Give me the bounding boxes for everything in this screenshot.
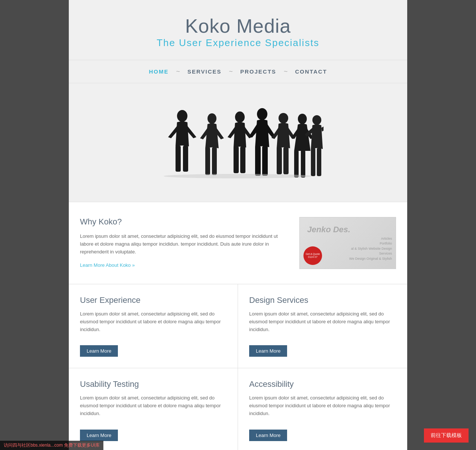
svg-point-21 bbox=[164, 174, 312, 178]
learn-more-koko-link[interactable]: Learn More About Koko » bbox=[80, 262, 135, 268]
service-ux-body: Lorem ipsum dolor sit amet, consectetur … bbox=[80, 310, 226, 333]
svg-rect-7 bbox=[234, 146, 239, 173]
nav-item-home[interactable]: HOME bbox=[146, 67, 171, 76]
jenko-mockup: Jenko Des. ArticlesPortfolioal & Stylish… bbox=[300, 217, 396, 269]
svg-point-6 bbox=[235, 111, 245, 123]
forum-banner: 访问四与社区bbs.xienla...com 免费下载更多UI库 bbox=[0, 441, 103, 450]
svg-rect-10 bbox=[255, 146, 261, 176]
hero-silhouettes bbox=[152, 102, 324, 184]
svg-rect-17 bbox=[301, 150, 305, 178]
svg-rect-19 bbox=[311, 148, 315, 176]
service-cell-design: Design Services Lorem ipsum dolor sit am… bbox=[238, 284, 407, 368]
nav-link-projects[interactable]: PROJECTS bbox=[237, 67, 279, 76]
download-template-button[interactable]: 前往下载模板 bbox=[424, 428, 469, 443]
services-grid: User Experience Lorem ipsum dolor sit am… bbox=[69, 284, 407, 450]
svg-rect-4 bbox=[205, 147, 210, 175]
service-ux-heading: User Experience bbox=[80, 295, 226, 305]
svg-point-3 bbox=[208, 113, 216, 124]
svg-rect-14 bbox=[283, 147, 289, 174]
jenko-title: Jenko Des. bbox=[307, 225, 350, 234]
service-design-learn-more-button[interactable]: Learn More bbox=[249, 345, 287, 357]
nav-separator-3: ~ bbox=[284, 68, 288, 75]
nav-link-contact[interactable]: CONTACT bbox=[292, 67, 330, 76]
why-koko-content: Why Koko? Lorem ipsum dolor sit amet, co… bbox=[80, 217, 288, 268]
svg-rect-2 bbox=[183, 146, 188, 172]
jenko-lines: ArticlesPortfolioal & Stylish Website De… bbox=[349, 236, 392, 262]
nav-item-projects[interactable]: PROJECTS bbox=[237, 67, 279, 76]
service-accessibility-learn-more-button[interactable]: Learn More bbox=[249, 430, 287, 441]
svg-rect-13 bbox=[277, 147, 282, 174]
svg-rect-11 bbox=[262, 146, 268, 176]
service-design-heading: Design Services bbox=[249, 295, 396, 305]
service-accessibility-heading: Accessibility bbox=[249, 379, 396, 389]
svg-rect-20 bbox=[317, 148, 321, 176]
site-subtitle: The User Experience Specialists bbox=[76, 37, 400, 49]
site-title: Koko Media bbox=[76, 15, 400, 37]
nav-item-contact[interactable]: CONTACT bbox=[292, 67, 330, 76]
svg-point-18 bbox=[312, 115, 321, 125]
main-nav: HOME ~ SERVICES ~ PROJECTS ~ CONTACT bbox=[69, 60, 407, 83]
jenko-badge: Get A Quote0124 07 bbox=[303, 246, 322, 265]
why-koko-heading: Why Koko? bbox=[80, 217, 288, 227]
service-ux-learn-more-button[interactable]: Learn More bbox=[80, 345, 118, 357]
hero-section bbox=[69, 83, 407, 202]
service-cell-ux: User Experience Lorem ipsum dolor sit am… bbox=[69, 284, 238, 368]
svg-rect-8 bbox=[240, 146, 245, 173]
service-cell-usability: Usability Testing Lorem ipsum dolor sit … bbox=[69, 368, 238, 450]
nav-link-services[interactable]: SERVICES bbox=[184, 67, 225, 76]
why-koko-body: Lorem ipsum dolor sit amet, consectetur … bbox=[80, 233, 288, 256]
nav-separator-1: ~ bbox=[176, 68, 180, 75]
svg-rect-1 bbox=[176, 146, 181, 172]
service-cell-accessibility: Accessibility Lorem ipsum dolor sit amet… bbox=[238, 368, 407, 450]
why-koko-section: Why Koko? Lorem ipsum dolor sit amet, co… bbox=[69, 202, 407, 284]
svg-point-9 bbox=[257, 108, 267, 120]
nav-list: HOME ~ SERVICES ~ PROJECTS ~ CONTACT bbox=[146, 67, 330, 76]
service-design-body: Lorem ipsum dolor sit amet, consectetur … bbox=[249, 310, 396, 333]
site-header: Koko Media The User Experience Specialis… bbox=[69, 0, 407, 60]
service-accessibility-body: Lorem ipsum dolor sit amet, consectetur … bbox=[249, 394, 396, 417]
service-usability-body: Lorem ipsum dolor sit amet, consectetur … bbox=[80, 394, 226, 417]
nav-separator-2: ~ bbox=[229, 68, 233, 75]
svg-point-15 bbox=[298, 114, 307, 124]
why-koko-image: Jenko Des. ArticlesPortfolioal & Stylish… bbox=[299, 217, 396, 269]
svg-rect-5 bbox=[212, 147, 217, 175]
nav-link-home[interactable]: HOME bbox=[146, 67, 171, 76]
svg-point-0 bbox=[177, 110, 187, 122]
nav-item-services[interactable]: SERVICES bbox=[184, 67, 225, 76]
svg-rect-16 bbox=[294, 150, 299, 178]
service-usability-learn-more-button[interactable]: Learn More bbox=[80, 430, 118, 441]
service-usability-heading: Usability Testing bbox=[80, 379, 226, 389]
svg-point-12 bbox=[279, 113, 288, 123]
